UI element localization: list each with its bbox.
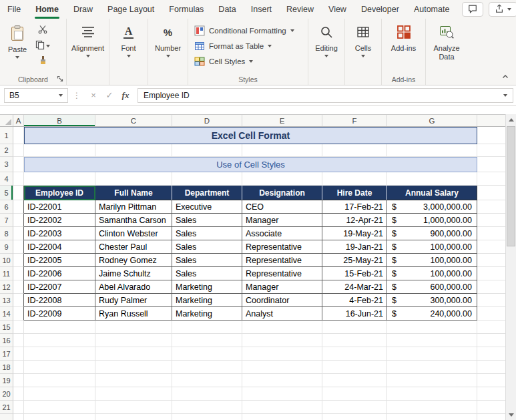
cell-G18[interactable] [387, 361, 477, 374]
row-header-4[interactable]: 4 [0, 172, 13, 186]
comment-button[interactable] [462, 2, 483, 17]
cell-D9[interactable]: Sales [172, 240, 242, 254]
cell-G15[interactable] [387, 321, 477, 334]
cell-A7[interactable] [13, 214, 24, 227]
cell-E9[interactable]: Representative [242, 240, 322, 254]
cell-B15[interactable] [24, 321, 95, 334]
cell-B4[interactable] [24, 172, 95, 186]
cell-E14[interactable]: Analyst [242, 307, 322, 321]
scroll-down-button[interactable] [506, 409, 516, 420]
cell-C16[interactable] [95, 334, 172, 347]
cell-F8[interactable]: 19-May-21 [322, 227, 387, 240]
cell-G22[interactable] [387, 414, 477, 420]
cell-C11[interactable]: Jaime Schultz [95, 267, 172, 280]
cell-F20[interactable] [322, 387, 387, 401]
cell-G19[interactable] [387, 374, 477, 387]
cell-C10[interactable]: Rodney Gomez [95, 254, 172, 267]
cell-G6[interactable]: $3,000,000.00 [387, 200, 477, 214]
cell-C17[interactable] [95, 347, 172, 361]
collapse-ribbon-button[interactable] [500, 71, 511, 82]
row-header-22[interactable] [0, 414, 13, 420]
cell-F10[interactable]: 25-May-21 [322, 254, 387, 267]
cell-G11[interactable]: $100,000.00 [387, 267, 477, 280]
column-header-G[interactable]: G [387, 115, 477, 126]
tab-home[interactable]: Home [28, 0, 66, 19]
cell-E17[interactable] [242, 347, 322, 361]
cell-F18[interactable] [322, 361, 387, 374]
cell-C22[interactable] [95, 414, 172, 420]
cell-D19[interactable] [172, 374, 242, 387]
tab-automate[interactable]: Automate [407, 0, 457, 19]
row-header-20[interactable]: 20 [0, 387, 13, 401]
table-header-employee-id[interactable]: Employee ID [24, 186, 95, 200]
cell-C21[interactable] [95, 401, 172, 414]
cell-A19[interactable] [13, 374, 24, 387]
table-header-department[interactable]: Department [172, 186, 242, 200]
row-header-6[interactable]: 6 [0, 200, 13, 214]
row-header-19[interactable]: 19 [0, 374, 13, 387]
cell-B7[interactable]: ID-22002 [24, 214, 95, 227]
paste-button[interactable]: Paste [3, 20, 31, 67]
sheet-subtitle-cell[interactable]: Use of Cell Styles [24, 157, 477, 172]
insert-function-button[interactable]: fx [117, 90, 134, 101]
cell-B8[interactable]: ID-22003 [24, 227, 95, 240]
column-header-F[interactable]: F [322, 115, 387, 126]
cell-E20[interactable] [242, 387, 322, 401]
tab-developer[interactable]: Developer [354, 0, 407, 19]
table-header-designation[interactable]: Designation [242, 186, 322, 200]
cell-D7[interactable]: Sales [172, 214, 242, 227]
cell-G9[interactable]: $100,000.00 [387, 240, 477, 254]
format-as-table-button[interactable]: Format as Table [192, 38, 305, 53]
cell-E12[interactable]: Manager [242, 280, 322, 294]
tab-view[interactable]: View [321, 0, 354, 19]
cell-F6[interactable]: 17-Feb-21 [322, 200, 387, 214]
name-box-dropdown-icon[interactable] [59, 94, 63, 97]
cell-A15[interactable] [13, 321, 24, 334]
cell-C8[interactable]: Clinton Webster [95, 227, 172, 240]
cell-E6[interactable]: CEO [242, 200, 322, 214]
cancel-button[interactable]: × [85, 90, 101, 100]
row-header-12[interactable]: 12 [0, 280, 13, 294]
scroll-up-button[interactable] [506, 114, 516, 125]
tab-data[interactable]: Data [211, 0, 243, 19]
tab-insert[interactable]: Insert [244, 0, 279, 19]
cell-A22[interactable] [13, 414, 24, 420]
cell-E4[interactable] [242, 172, 322, 186]
conditional-formatting-button[interactable]: Conditional Formatting [192, 23, 305, 38]
cell-G14[interactable]: $240,000.00 [387, 307, 477, 321]
cell-D18[interactable] [172, 361, 242, 374]
tab-review[interactable]: Review [279, 0, 321, 19]
cell-D11[interactable]: Sales [172, 267, 242, 280]
column-header-C[interactable]: C [95, 115, 172, 126]
tab-page-layout[interactable]: Page Layout [100, 0, 162, 19]
column-header-D[interactable]: D [172, 115, 242, 126]
cell-A8[interactable] [13, 227, 24, 240]
formula-bar-resize-handle[interactable]: ⋮ [73, 91, 81, 100]
table-header-annual-salary[interactable]: Annual Salary [387, 186, 477, 200]
cells-button[interactable]: Cells [345, 19, 381, 57]
cell-E10[interactable]: Representative [242, 254, 322, 267]
row-header-8[interactable]: 8 [0, 227, 13, 240]
cell-F2[interactable] [322, 144, 387, 157]
cell-A17[interactable] [13, 347, 24, 361]
cell-C15[interactable] [95, 321, 172, 334]
cell-C4[interactable] [95, 172, 172, 186]
cell-F12[interactable]: 24-Mar-21 [322, 280, 387, 294]
select-all-corner[interactable] [0, 115, 13, 126]
cell-A13[interactable] [13, 294, 24, 307]
cell-G4[interactable] [387, 172, 477, 186]
column-header-B[interactable]: B [24, 115, 95, 126]
cell-styles-button[interactable]: Cell Styles [192, 53, 305, 69]
row-header-10[interactable]: 10 [0, 254, 13, 267]
copy-button[interactable] [34, 39, 51, 52]
row-header-9[interactable]: 9 [0, 240, 13, 254]
cell-A14[interactable] [13, 307, 24, 321]
cell-A20[interactable] [13, 387, 24, 401]
cell-D13[interactable]: Marketing [172, 294, 242, 307]
row-header-18[interactable]: 18 [0, 361, 13, 374]
cell-F9[interactable]: 19-Jan-21 [322, 240, 387, 254]
cell-G12[interactable]: $600,000.00 [387, 280, 477, 294]
cell-B18[interactable] [24, 361, 95, 374]
tab-formulas[interactable]: Formulas [162, 0, 211, 19]
cell-A4[interactable] [13, 172, 24, 186]
